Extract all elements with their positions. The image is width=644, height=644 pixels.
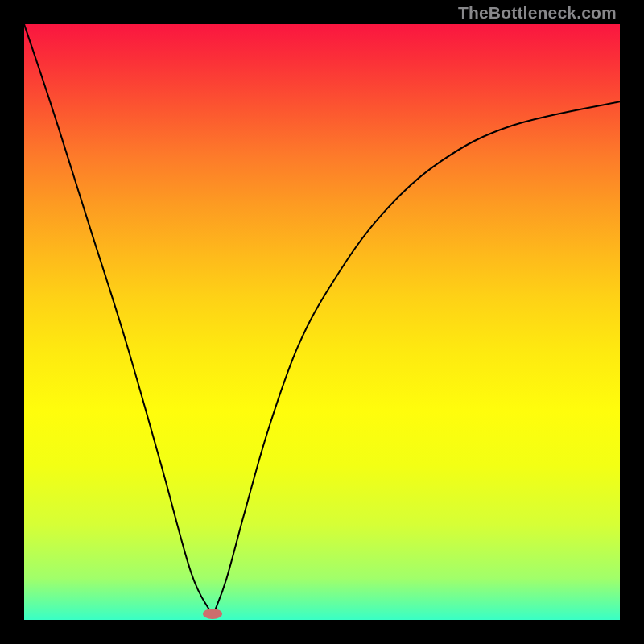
curve-layer: [24, 24, 620, 620]
watermark-text: TheBottleneck.com: [458, 3, 617, 23]
vertex-marker: [203, 609, 222, 619]
chart-frame: TheBottleneck.com: [0, 0, 644, 644]
plot-area: [24, 24, 620, 620]
curve-left-branch: [24, 24, 210, 611]
curve-right-branch: [215, 101, 620, 611]
